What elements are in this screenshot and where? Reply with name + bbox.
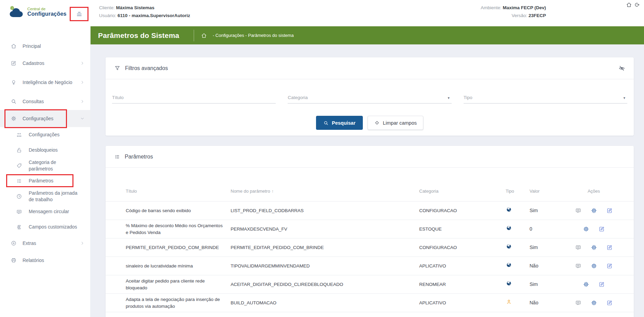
chevron-right-icon xyxy=(80,60,85,66)
titulo-input[interactable]: Título xyxy=(112,95,276,104)
cell-valor: Não xyxy=(530,299,570,306)
cell-tipo xyxy=(506,280,530,288)
breadcrumb-home-icon[interactable] xyxy=(201,32,207,39)
table-row: Adapta a tela de negociação para inserçã… xyxy=(106,293,634,312)
cell-valor: Sim xyxy=(530,207,570,214)
cell-tipo xyxy=(506,225,530,233)
comment-icon[interactable] xyxy=(575,300,581,306)
field-placeholder: Tipo xyxy=(464,95,472,100)
logo-line1: Central de xyxy=(27,7,67,11)
gear-icon[interactable] xyxy=(583,226,589,232)
tipo-select[interactable]: Tipo▼ xyxy=(464,95,627,104)
edit-icon[interactable] xyxy=(606,300,613,306)
sidebar-item-desbloqueios[interactable]: Desbloqueios xyxy=(0,142,90,158)
sidebar-item-label: Cadastros xyxy=(23,60,74,67)
edit-icon xyxy=(10,60,17,66)
col-header-tipo[interactable]: Tipo xyxy=(506,189,530,194)
field-placeholder: Título xyxy=(112,95,124,100)
layers-icon xyxy=(16,224,23,230)
sidebar-item-principal[interactable]: Principal xyxy=(0,38,90,55)
usuario-value: 6110 - maxima.SupervisorAutoriz xyxy=(118,13,190,18)
sort-asc-icon: ↑ xyxy=(272,189,274,194)
edit-icon[interactable] xyxy=(599,226,605,232)
app-logo[interactable]: Central de Configurações xyxy=(8,5,67,19)
home-icon[interactable] xyxy=(626,2,632,8)
field-placeholder: Categoria xyxy=(288,95,308,100)
cell-nome-parametro: TIPOVALIDMARGEMMINVENDAMED xyxy=(231,263,419,270)
lightbulb-icon xyxy=(10,79,17,85)
sidebar-item-campos-customizados[interactable]: Campos customizados xyxy=(0,219,90,235)
logout-icon[interactable] xyxy=(634,2,640,8)
sidebar-item-cadastros[interactable]: Cadastros xyxy=(0,55,90,72)
col-header-titulo[interactable]: Título xyxy=(126,189,231,194)
cell-valor: 0 xyxy=(530,225,570,232)
search-button[interactable]: Pesquisar xyxy=(316,116,362,130)
col-header-nome[interactable]: Nome do parâmetro↑ xyxy=(231,189,419,194)
gear-icon[interactable] xyxy=(591,244,597,251)
edit-icon[interactable] xyxy=(606,207,613,214)
globe-icon xyxy=(506,244,512,249)
comment-icon[interactable] xyxy=(575,244,581,251)
sidebar-item-consultas[interactable]: Consultas xyxy=(0,93,90,110)
plus-circle-icon xyxy=(10,240,17,246)
edit-icon[interactable] xyxy=(599,281,605,288)
sidebar-nav: PrincipalCadastrosInteligência de Negóci… xyxy=(0,26,90,269)
sidebar-item-label: Extras xyxy=(23,240,74,247)
sidebar-item-parametros[interactable]: Parâmetros xyxy=(0,173,90,189)
categoria-select[interactable]: Categoria▼ xyxy=(288,95,451,104)
cell-titulo: sinaleiro de lucratividade mínima xyxy=(126,263,231,270)
user-icon xyxy=(506,299,512,305)
hide-filters-icon[interactable] xyxy=(618,65,625,72)
table-row: PERMITE_EDITAR_PEDIDO_COM_BRINDEPERMITE_… xyxy=(106,238,634,257)
page-titlebar: Parâmetros do Sistema - Configurações - … xyxy=(91,26,644,44)
table-row: % Máximo de desconto Médio nos Orçamento… xyxy=(106,220,634,238)
cell-nome-parametro: PERMITE_EDITAR_PEDIDO_COM_BRINDE xyxy=(231,244,419,251)
parameters-title: Parâmetros xyxy=(125,154,153,160)
ambiente-label: Ambiente: xyxy=(481,5,502,10)
cell-categoria: APLICATIVO xyxy=(419,263,506,270)
col-header-valor[interactable]: Valor xyxy=(530,189,570,194)
sidebar-item-parametros-da-jornada-de-trabalho[interactable]: Parâmetros da jornada de trabalho xyxy=(0,189,90,204)
sidebar-item-relatorios[interactable]: Relatórios xyxy=(0,252,90,269)
globe-icon xyxy=(506,207,512,212)
tag-icon xyxy=(16,163,23,169)
cell-categoria: RENOMEAR xyxy=(419,281,506,288)
sidebar-item-label: Principal xyxy=(23,43,74,50)
cell-acoes xyxy=(570,226,618,232)
gear-icon[interactable] xyxy=(591,300,597,306)
chevron-right-icon xyxy=(80,80,85,85)
sidebar-item-mensagem-circular[interactable]: Mensagem circular xyxy=(0,204,90,219)
versao-value: 23FECP xyxy=(529,13,546,18)
sidebar-item-label: Inteligência de Negócio xyxy=(23,79,74,86)
cell-acoes xyxy=(570,281,618,288)
gear-icon[interactable] xyxy=(591,263,597,269)
comment-icon[interactable] xyxy=(575,263,581,269)
cell-acoes xyxy=(570,207,618,214)
clear-fields-button[interactable]: Limpar campos xyxy=(368,116,423,130)
gear-icon[interactable] xyxy=(583,281,589,288)
gear-icon[interactable] xyxy=(591,207,597,214)
edit-icon[interactable] xyxy=(606,263,613,269)
cell-nome-parametro: LIST_PROD_FIELD_CODBARRAS xyxy=(231,207,419,214)
dropdown-arrow-icon: ▼ xyxy=(623,96,626,100)
sidebar-item-configuracoes[interactable]: Configurações xyxy=(0,110,90,127)
sidebar-item-label: Configurações xyxy=(29,132,79,138)
sidebar-item-categoria-de-parametros[interactable]: Categoria de parâmetros xyxy=(0,158,90,173)
nodes-icon xyxy=(16,132,23,138)
col-header-categoria[interactable]: Categoria xyxy=(419,189,506,194)
usuario-label: Usuário: xyxy=(99,13,116,18)
home-icon xyxy=(10,43,17,49)
menu-toggle-icon[interactable] xyxy=(75,10,84,18)
col-header-acoes[interactable]: Ações xyxy=(570,189,618,194)
sidebar-item-extras[interactable]: Extras xyxy=(0,235,90,252)
clock-icon xyxy=(16,193,23,199)
filter-funnel-icon xyxy=(114,65,121,71)
comment-icon[interactable] xyxy=(575,207,581,214)
cell-acoes xyxy=(570,244,618,251)
edit-icon[interactable] xyxy=(606,244,613,251)
sidebar-item-inteligencia-de-negocio[interactable]: Inteligência de Negócio xyxy=(0,72,90,93)
sidebar-item-label: Parâmetros xyxy=(29,178,79,184)
dropdown-arrow-icon: ▼ xyxy=(447,96,450,100)
sidebar-item-configuracoes-sub[interactable]: Configurações xyxy=(0,127,90,142)
titlebar-divider xyxy=(194,30,194,41)
